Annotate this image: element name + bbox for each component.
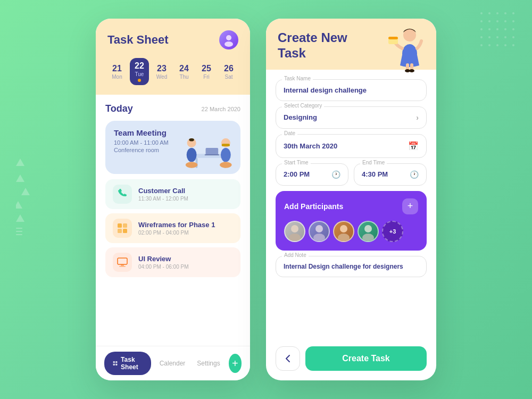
create-task-title: Create New Task xyxy=(278,30,373,61)
svg-point-17 xyxy=(496,36,498,38)
nav-add-button[interactable]: + xyxy=(229,354,242,373)
nav-settings[interactable]: Settings xyxy=(194,355,223,371)
svg-point-34 xyxy=(225,41,233,47)
date-23[interactable]: 23 Wed xyxy=(152,61,171,83)
note-group: Add Note Internal Design challenge for d… xyxy=(276,256,427,277)
ui-review-title: UI Review xyxy=(138,255,189,263)
end-time-group: End Time 4:30 PM 🕐 xyxy=(354,163,427,186)
today-date: 22 March 2020 xyxy=(202,106,240,112)
date-24[interactable]: 24 Thu xyxy=(174,61,194,83)
svg-point-15 xyxy=(480,36,483,38)
customer-call-time: 11:30 AM - 12:00 PM xyxy=(138,196,188,202)
date-26[interactable]: 26 Sat xyxy=(219,61,238,83)
svg-rect-32 xyxy=(16,234,22,235)
svg-point-7 xyxy=(496,20,498,22)
svg-rect-44 xyxy=(222,144,230,146)
time-row: Start Time 2:00 PM 🕐 End Time 4:30 PM 🕐 xyxy=(276,163,427,186)
svg-marker-27 xyxy=(21,188,30,195)
start-time-label: Start Time xyxy=(282,160,311,165)
participant-1-avatar[interactable] xyxy=(284,221,305,242)
start-time-field[interactable]: 2:00 PM 🕐 xyxy=(276,163,348,186)
svg-point-10 xyxy=(480,28,483,30)
task-wireframes[interactable]: Wireframes for Phase 1 02:00 PM - 04:00 … xyxy=(105,213,240,243)
wireframes-title: Wireframes for Phase 1 xyxy=(138,221,215,229)
svg-point-16 xyxy=(488,36,491,38)
task-team-meeting[interactable]: Team Meeting 10:00 AM - 11:00 AM Confere… xyxy=(105,121,240,174)
svg-rect-57 xyxy=(113,364,115,365)
bg-dots-decoration xyxy=(479,11,521,53)
svg-point-21 xyxy=(488,44,491,46)
svg-rect-53 xyxy=(121,264,124,266)
svg-point-41 xyxy=(189,138,194,142)
svg-rect-49 xyxy=(123,223,127,228)
svg-point-11 xyxy=(488,28,491,30)
bg-triangles-decoration xyxy=(16,159,32,240)
date-row: 21 Mon 22 Tue 23 Wed 24 Thu 25 Fri 26 xyxy=(107,58,238,85)
svg-point-9 xyxy=(512,20,514,22)
add-participant-button[interactable]: + xyxy=(402,198,418,214)
note-field[interactable]: Internal Design challenge for designers xyxy=(276,256,427,277)
date-field[interactable]: 30th March 2020 📅 xyxy=(276,134,427,158)
svg-point-24 xyxy=(512,44,514,46)
svg-point-14 xyxy=(512,28,514,30)
svg-point-6 xyxy=(488,20,491,22)
date-group: Date 30th March 2020 📅 xyxy=(276,134,427,158)
end-time-label: End Time xyxy=(360,160,387,165)
svg-point-5 xyxy=(480,20,483,22)
svg-point-23 xyxy=(504,44,506,46)
back-button[interactable] xyxy=(276,346,300,371)
svg-point-18 xyxy=(504,36,506,38)
end-clock-icon: 🕐 xyxy=(410,170,419,179)
task-ui-review[interactable]: UI Review 04:00 PM - 06:00 PM xyxy=(105,247,240,277)
header-illustration xyxy=(378,22,431,75)
participant-4-avatar[interactable] xyxy=(358,221,379,242)
participant-3-avatar[interactable] xyxy=(333,221,354,242)
tasksheet-nav-label: Task Sheet xyxy=(121,356,143,371)
create-task-button[interactable]: Create Task xyxy=(305,346,427,371)
customer-call-title: Customer Call xyxy=(138,187,188,195)
task-name-label: Task Name xyxy=(282,76,313,81)
phone-icon xyxy=(113,185,132,204)
svg-point-1 xyxy=(488,12,491,14)
svg-point-4 xyxy=(512,12,514,14)
svg-point-3 xyxy=(504,12,506,14)
task-name-field[interactable]: Internal design challenge xyxy=(276,79,427,101)
svg-rect-50 xyxy=(118,229,122,233)
category-value: Designing xyxy=(284,113,317,121)
date-22-active[interactable]: 22 Tue xyxy=(130,58,149,85)
category-field[interactable]: Designing › xyxy=(276,106,427,129)
end-time-field[interactable]: 4:30 PM 🕐 xyxy=(354,163,427,186)
date-21[interactable]: 21 Mon xyxy=(107,61,127,83)
svg-rect-54 xyxy=(119,266,126,267)
start-time-value: 2:00 PM xyxy=(284,170,310,178)
user-avatar[interactable] xyxy=(219,30,238,49)
svg-point-69 xyxy=(315,225,323,232)
task-customer-call[interactable]: Customer Call 11:30 AM - 12:00 PM xyxy=(105,179,240,209)
end-time-value: 4:30 PM xyxy=(362,170,388,178)
svg-point-13 xyxy=(504,28,506,30)
svg-point-47 xyxy=(220,162,232,168)
right-header: Create New Task xyxy=(266,19,436,70)
svg-rect-51 xyxy=(123,229,127,233)
svg-point-8 xyxy=(504,20,506,22)
nav-tasksheet-active[interactable]: Task Sheet xyxy=(104,352,151,375)
svg-rect-52 xyxy=(118,258,127,264)
nav-calendar[interactable]: Calender xyxy=(156,355,189,371)
svg-rect-55 xyxy=(113,361,115,363)
participant-more-count[interactable]: +3 xyxy=(382,221,403,242)
right-body: Task Name Internal design challenge Sele… xyxy=(266,70,436,341)
svg-point-22 xyxy=(496,44,498,46)
left-header: Task Sheet 21 Mon 22 Tue 23 Wed xyxy=(96,19,250,95)
ui-review-time: 04:00 PM - 06:00 PM xyxy=(138,264,189,270)
date-value: 30th March 2020 xyxy=(284,142,337,150)
chevron-right-icon: › xyxy=(416,113,419,122)
participant-2-avatar[interactable] xyxy=(309,221,330,242)
svg-rect-56 xyxy=(115,361,117,363)
wireframe-icon xyxy=(113,219,132,238)
svg-marker-28 xyxy=(16,201,22,209)
today-label: Today xyxy=(105,103,133,114)
svg-rect-30 xyxy=(16,228,22,229)
active-date-indicator xyxy=(138,79,141,82)
calendar-icon: 📅 xyxy=(408,141,419,151)
date-25[interactable]: 25 Fri xyxy=(197,61,216,83)
